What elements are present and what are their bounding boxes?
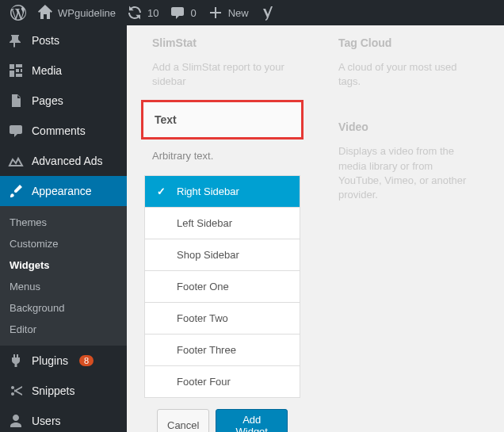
site-name: WPguideline xyxy=(58,7,116,19)
sub-editor[interactable]: Editor xyxy=(0,319,127,340)
admin-sidebar: Posts Media Pages Comments Advanced Ads … xyxy=(0,25,127,432)
widget-slimstat-desc: Add a SlimStat report to your sidebar xyxy=(141,60,304,100)
widget-tagcloud-desc: A cloud of your most used tags. xyxy=(327,60,490,100)
brush-icon xyxy=(8,183,24,199)
nav-label: Snippets xyxy=(32,384,74,397)
comments[interactable]: 0 xyxy=(164,0,201,25)
nav-label: Pages xyxy=(32,94,63,107)
sidebar-option[interactable]: Right Sidebar xyxy=(145,176,300,208)
nav-label: Posts xyxy=(32,34,59,47)
cancel-button[interactable]: Cancel xyxy=(157,409,209,432)
sub-widgets[interactable]: Widgets xyxy=(0,254,127,276)
add-widget-button[interactable]: Add Widget xyxy=(216,409,288,432)
nav-snippets[interactable]: Snippets xyxy=(0,376,127,406)
site-home[interactable]: WPguideline xyxy=(32,0,121,25)
widget-text-title: Text xyxy=(143,102,301,137)
nav-label: Media xyxy=(32,64,62,77)
refresh-icon xyxy=(127,5,143,21)
widget-actions: Cancel Add Widget xyxy=(141,398,304,432)
page-icon xyxy=(8,93,24,109)
comment-count: 0 xyxy=(190,7,196,19)
scissors-icon xyxy=(8,383,24,399)
wordpress-icon xyxy=(10,5,26,21)
sidebar-option[interactable]: Footer Four xyxy=(145,366,300,398)
new-content[interactable]: New xyxy=(202,0,254,25)
widget-tagcloud-title[interactable]: Tag Cloud xyxy=(327,25,490,60)
sidebar-option[interactable]: Left Sidebar xyxy=(145,208,300,239)
comment-icon xyxy=(8,123,24,139)
widget-video-desc: Displays a video from the media library … xyxy=(327,144,490,213)
appearance-submenu: Themes Customize Widgets Menus Backgroun… xyxy=(0,206,127,346)
sub-themes[interactable]: Themes xyxy=(0,212,127,233)
plus-icon xyxy=(208,5,223,21)
nav-label: Comments xyxy=(32,124,86,137)
media-icon xyxy=(8,63,24,78)
sidebar-option[interactable]: Footer Three xyxy=(145,335,300,366)
yoast-icon xyxy=(260,5,276,21)
plug-icon xyxy=(8,353,24,369)
home-icon xyxy=(37,5,53,21)
widget-video-title[interactable]: Video xyxy=(327,109,490,144)
nav-pages[interactable]: Pages xyxy=(0,86,127,116)
nav-plugins[interactable]: Plugins 8 xyxy=(0,346,127,376)
widget-text-desc: Arbitrary text. xyxy=(141,140,304,174)
nav-comments[interactable]: Comments xyxy=(0,116,127,146)
nav-label: Advanced Ads xyxy=(32,155,103,167)
nav-label: Appearance xyxy=(32,185,92,197)
updates[interactable]: 10 xyxy=(121,0,164,25)
pin-icon xyxy=(8,32,24,48)
sidebar-option[interactable]: Footer Two xyxy=(145,303,300,335)
sidebar-area-list: Right Sidebar Left Sidebar Shop Sidebar … xyxy=(144,175,300,398)
yoast[interactable] xyxy=(254,0,281,25)
widget-text[interactable]: Text xyxy=(141,100,304,140)
update-count: 10 xyxy=(147,7,158,19)
nav-advanced-ads[interactable]: Advanced Ads xyxy=(0,146,127,176)
sidebar-option[interactable]: Footer One xyxy=(145,271,300,303)
widget-slimstat-title[interactable]: SlimStat xyxy=(141,25,304,60)
user-icon xyxy=(8,413,24,429)
nav-label: Plugins xyxy=(32,354,68,367)
plugin-update-badge: 8 xyxy=(79,355,94,366)
nav-posts[interactable]: Posts xyxy=(0,25,127,55)
chart-icon xyxy=(8,153,24,169)
nav-media[interactable]: Media xyxy=(0,55,127,86)
sub-customize[interactable]: Customize xyxy=(0,233,127,254)
sub-background[interactable]: Background xyxy=(0,297,127,319)
nav-appearance[interactable]: Appearance xyxy=(0,176,127,206)
nav-users[interactable]: Users xyxy=(0,406,127,432)
comment-icon xyxy=(170,5,185,21)
content-area: SlimStat Add a SlimStat report to your s… xyxy=(127,25,504,432)
admin-toolbar: WPguideline 10 0 New xyxy=(0,0,504,25)
sidebar-option[interactable]: Shop Sidebar xyxy=(145,239,300,271)
new-label: New xyxy=(228,7,249,19)
sub-menus[interactable]: Menus xyxy=(0,276,127,297)
nav-label: Users xyxy=(32,415,61,427)
wp-logo[interactable] xyxy=(5,0,32,25)
